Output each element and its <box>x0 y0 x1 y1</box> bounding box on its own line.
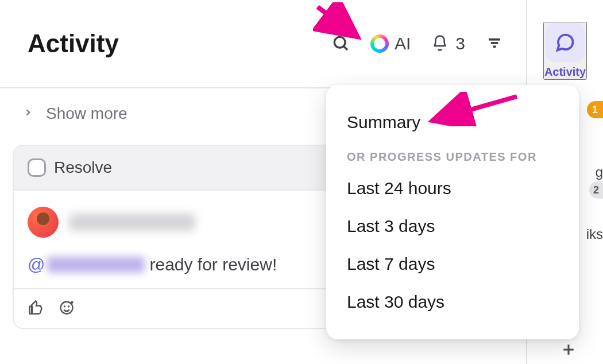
resolve-checkbox[interactable] <box>28 158 46 177</box>
dropdown-item-3d[interactable]: Last 3 days <box>326 207 579 245</box>
mention-prefix: @ <box>28 255 45 274</box>
resolve-label: Resolve <box>54 158 112 177</box>
peek-text-1: g <box>596 164 603 180</box>
filter-button[interactable] <box>486 34 503 53</box>
chat-icon <box>546 23 585 62</box>
peek-text-2: iks <box>586 226 603 242</box>
chevron-right-icon <box>23 107 33 120</box>
svg-line-1 <box>344 47 347 50</box>
notification-badge-orange: 1 <box>587 101 603 118</box>
page-title: Activity <box>28 29 119 58</box>
header: Activity AI 3 <box>0 0 526 88</box>
dropdown-section-header: OR PROGRESS UPDATES FOR <box>326 141 579 169</box>
dropdown-item-24h[interactable]: Last 24 hours <box>326 169 579 207</box>
count-badge-grey: 2 <box>589 181 603 199</box>
add-reaction-button[interactable] <box>59 300 75 317</box>
avatar[interactable] <box>28 207 59 238</box>
search-button[interactable] <box>331 34 350 54</box>
add-button[interactable] <box>557 339 580 362</box>
author-name-redacted <box>69 214 195 231</box>
mention-redacted[interactable] <box>47 257 145 273</box>
dropdown-item-7d[interactable]: Last 7 days <box>326 245 579 283</box>
emoji-add-icon <box>59 300 75 317</box>
ai-label: AI <box>395 34 411 53</box>
svg-point-5 <box>61 302 73 314</box>
show-more-label: Show more <box>46 104 127 123</box>
dropdown-item-summary[interactable]: Summary <box>326 103 579 141</box>
bell-icon <box>431 34 449 53</box>
notification-count: 3 <box>455 34 465 53</box>
search-icon <box>331 34 350 54</box>
svg-point-7 <box>68 306 69 307</box>
ai-button[interactable]: AI <box>370 34 411 53</box>
ai-orb-icon <box>370 34 389 53</box>
tab-activity[interactable]: Activity <box>543 22 587 80</box>
header-actions: AI 3 <box>331 34 503 54</box>
thumbs-up-icon <box>28 300 44 317</box>
comment-remainder: ready for review! <box>149 255 277 274</box>
resolve-group: Resolve <box>28 158 112 177</box>
tab-activity-label: Activity <box>544 65 586 79</box>
plus-icon <box>560 341 577 360</box>
svg-point-0 <box>334 37 345 48</box>
svg-point-6 <box>64 306 65 307</box>
like-button[interactable] <box>28 300 44 317</box>
filter-icon <box>486 34 503 53</box>
dropdown-item-30d[interactable]: Last 30 days <box>326 283 579 321</box>
ai-dropdown: Summary OR PROGRESS UPDATES FOR Last 24 … <box>326 85 579 339</box>
notifications-button[interactable]: 3 <box>431 34 465 53</box>
